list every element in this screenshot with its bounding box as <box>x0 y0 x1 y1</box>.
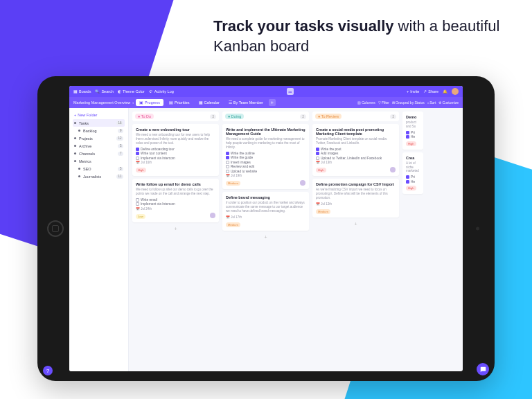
tab-calendar[interactable]: ▦ Calendar <box>195 99 223 106</box>
priority-tag: Low <box>136 214 145 219</box>
column-title: ● To Review <box>315 114 342 119</box>
checklist-item[interactable]: Review and edit <box>226 165 305 168</box>
card-date: 📅 Jul 24th <box>136 207 215 211</box>
checkbox-icon <box>316 152 319 155</box>
sidebar-item-projects[interactable]: Projects12 <box>73 134 125 142</box>
checkbox-icon <box>226 161 229 164</box>
breadcrumb-chevron-icon: › <box>132 100 134 105</box>
card-title: Define promotion campaign for CSV Import <box>316 182 396 186</box>
checklist-item[interactable]: Upload to website <box>226 170 305 173</box>
card-date: 📅 Jul 13th <box>316 161 396 164</box>
card-date: 📅 Jul 19th <box>226 174 305 177</box>
kanban-card[interactable]: Write and implement the Ultimate Marketi… <box>222 124 309 189</box>
card-title: Create a new onboarding tour <box>136 127 215 132</box>
card-title: Write follow up email for demo calls <box>136 182 215 186</box>
kanban-column: ● Doing2Write and implement the Ultimate… <box>222 112 309 368</box>
card-description: As we're finalizing CSV import we need t… <box>316 188 396 200</box>
share-button[interactable]: ↗ Share <box>423 89 438 94</box>
card-description: We need to follow up after our demo call… <box>136 188 215 196</box>
sidebar-item-seo[interactable]: SEO5 <box>73 165 125 172</box>
sidebar: + New Folder Tasks16Backlog9Projects12Ar… <box>69 108 129 371</box>
checklist-item[interactable]: Implement via Intercom <box>136 202 215 206</box>
tab-priorities[interactable]: ▤ Priorities <box>166 99 193 106</box>
priority-tag: Medium <box>316 209 330 214</box>
checklist-item[interactable]: Define onboarding tour <box>136 148 215 151</box>
card-description: In order to position our product on the … <box>226 201 305 213</box>
user-avatar[interactable] <box>452 88 459 95</box>
sidebar-item-backlog[interactable]: Backlog9 <box>73 127 125 134</box>
priority-tag: High <box>316 168 326 172</box>
card-title: Define brand messaging <box>226 195 305 200</box>
checkbox-icon <box>136 152 139 155</box>
app-logo[interactable]: ∞ <box>287 88 294 95</box>
checklist-item[interactable]: Upload to Twitter, LinkedIn and Facebook <box>316 157 396 160</box>
checkbox-icon <box>136 202 139 206</box>
card-date: 📅 Jul 17th <box>226 215 305 219</box>
kanban-board: ● To Do3Create a new onboarding tourWe n… <box>129 108 463 371</box>
tool-sort[interactable]: ↕ Sort <box>427 100 436 105</box>
new-folder-button[interactable]: + New Folder <box>73 111 125 119</box>
tool-customize[interactable]: ⚙ Customize <box>438 100 459 105</box>
checklist-item[interactable]: Insert images <box>226 161 305 164</box>
checklist-item[interactable]: Write the post <box>316 148 396 151</box>
checklist-item[interactable]: Add images <box>316 152 396 155</box>
checkbox-icon <box>226 156 229 159</box>
breadcrumb[interactable]: Marketing Management Overview <box>73 100 130 105</box>
checklist-item[interactable]: Write tour content <box>136 152 215 155</box>
view-bar: Marketing Management Overview › ▣ Progre… <box>69 97 463 108</box>
tool-columns[interactable]: ▥ Columns <box>357 100 375 105</box>
column-header: ● To Do3 <box>132 112 219 121</box>
sidebar-item-metrics[interactable]: Metrics <box>73 157 125 165</box>
tablet-camera <box>476 227 479 231</box>
sidebar-item-journalists[interactable]: Journalists11 <box>73 172 125 180</box>
assignee-avatar[interactable] <box>300 180 305 186</box>
nav-theme[interactable]: ◐ Theme Color <box>118 89 145 94</box>
assignee-avatar[interactable] <box>210 213 215 218</box>
tablet-frame: ▦ Boards 🔍 Search ◐ Theme Color ⏱ Activi… <box>37 76 495 381</box>
sidebar-item-archive[interactable]: Archive3 <box>73 142 125 150</box>
add-tab-button[interactable]: + <box>269 99 276 106</box>
hero-heading: Track your tasks visually with a beautif… <box>213 17 504 56</box>
sidebar-item-tasks[interactable]: Tasks16 <box>73 119 125 127</box>
column-count: 2 <box>300 114 306 119</box>
checkbox-icon <box>136 157 139 160</box>
card-date: 📅 Jul 12th <box>316 202 396 206</box>
tab-progress[interactable]: ▣ Progress <box>136 99 163 106</box>
tool-group[interactable]: ⊞ Grouped by Status <box>392 100 425 105</box>
tablet-home-button <box>47 220 64 237</box>
checkbox-icon <box>316 157 319 160</box>
checklist-item[interactable]: Write email <box>136 198 215 202</box>
checkbox-icon <box>226 170 229 173</box>
sidebar-item-channels[interactable]: Channels7 <box>73 150 125 157</box>
checklist-item[interactable]: Write the guide <box>226 156 305 159</box>
nav-search[interactable]: 🔍 Search <box>95 89 113 94</box>
card-date: 📅 Jul 16th <box>136 161 215 164</box>
column-title: ● To Do <box>135 114 154 119</box>
app-screen: ▦ Boards 🔍 Search ◐ Theme Color ⏱ Activi… <box>69 86 463 371</box>
kanban-column: ● To Review3Create a social media post p… <box>312 112 399 368</box>
checkbox-icon <box>136 198 139 202</box>
kanban-card[interactable]: CreaA lot of niche marketedPriHeHigh <box>402 152 423 195</box>
checklist-item[interactable]: Implement via Intercom <box>136 157 215 160</box>
kanban-card[interactable]: Define promotion campaign for CSV Import… <box>312 179 399 218</box>
nav-boards[interactable]: ▦ Boards <box>73 89 91 94</box>
priority-tag: Medium <box>226 222 240 227</box>
tool-filter[interactable]: ▽ Filter <box>378 100 389 105</box>
assignee-avatar[interactable] <box>390 167 396 172</box>
checklist-item[interactable]: Write the outline <box>226 152 305 155</box>
kanban-card[interactable]: Define brand messagingIn order to positi… <box>222 192 309 231</box>
add-card-button[interactable]: + <box>132 225 219 233</box>
add-card-button[interactable]: + <box>312 220 399 228</box>
notifications-icon[interactable]: 🔔 <box>443 89 447 94</box>
nav-activity[interactable]: ⏱ Activity Log <box>149 89 174 94</box>
checkbox-icon <box>136 148 139 151</box>
checkbox-icon <box>226 165 229 168</box>
kanban-card[interactable]: Create a new onboarding tourWe need a ne… <box>132 124 219 176</box>
add-card-button[interactable]: + <box>222 233 309 241</box>
invite-button[interactable]: + Invite <box>407 89 419 94</box>
kanban-card[interactable]: Demoproduct and SuPriHeHigh <box>402 112 423 150</box>
card-description: Promote Marketing Client template on soc… <box>316 137 396 145</box>
kanban-card[interactable]: Create a social media post promoting Mar… <box>312 124 399 176</box>
tab-team-member[interactable]: ☰ By Team Member <box>225 99 267 106</box>
kanban-card[interactable]: Write follow up email for demo callsWe n… <box>132 179 219 222</box>
